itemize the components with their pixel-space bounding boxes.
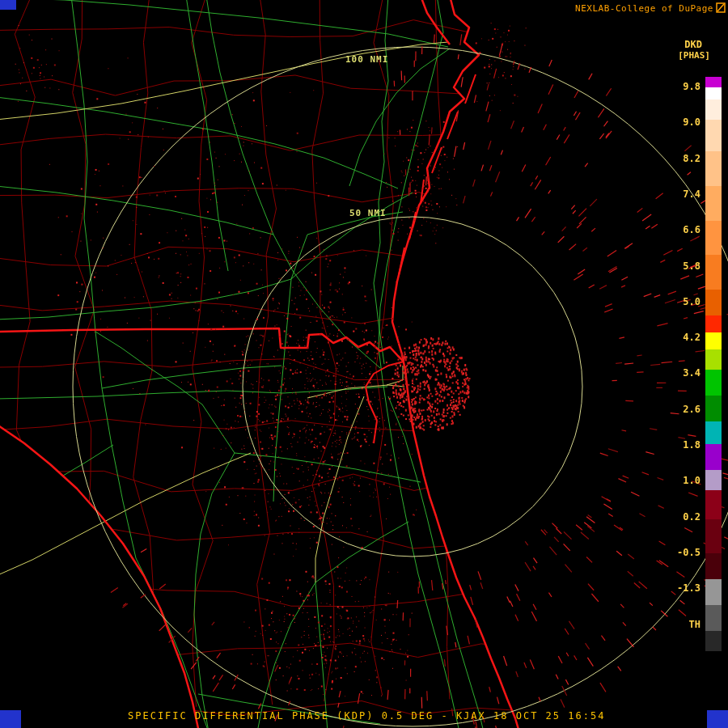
colorbar-tick-9.0: 9.0: [662, 117, 700, 127]
colorbar-tick-5.8: 5.8: [662, 261, 700, 271]
corner-marker-bottom-left: [0, 710, 21, 728]
radar-display: 100 NMI 50 NMI NEXLAB-College of DuPage …: [0, 0, 728, 728]
radar-map-canvas: [0, 0, 728, 728]
colorbar-tick-9.8: 9.8: [662, 82, 700, 91]
colorbar-tick-6.6: 6.6: [662, 225, 700, 235]
colorbar: [705, 77, 722, 651]
colorbar-tick-4.2: 4.2: [662, 332, 700, 342]
colorbar-tick-labels: 9.89.08.27.46.65.85.04.23.42.61.81.00.2-…: [662, 77, 700, 651]
colorbar-product-label: DKD: [684, 39, 702, 50]
corner-marker-bottom-right: [707, 710, 728, 728]
colorbar-tick-1.0: 1.0: [662, 476, 700, 485]
range-ring-label-50nmi: 50 NMI: [349, 208, 387, 218]
cod-logo-icon: [716, 2, 726, 13]
corner-marker-top-left: [0, 0, 16, 10]
status-bar: SPECIFIC DIFFERENTIAL PHASE (KDP) 0.5 DE…: [128, 710, 605, 722]
colorbar-tick--0.5: -0.5: [662, 548, 700, 557]
range-ring-label-100nmi: 100 NMI: [345, 54, 388, 65]
colorbar-units-label: [PHAS]: [678, 50, 710, 61]
colorbar-tick-5.0: 5.0: [662, 297, 700, 307]
colorbar-tick-8.2: 8.2: [662, 154, 700, 163]
colorbar-tick-2.6: 2.6: [662, 404, 700, 414]
colorbar-tick--1.3: -1.3: [662, 583, 700, 593]
brand-text: NEXLAB-College of DuPage: [575, 3, 713, 14]
colorbar-tick-TH: TH: [662, 620, 700, 629]
colorbar-tick-0.2: 0.2: [662, 512, 700, 522]
colorbar-tick-7.4: 7.4: [662, 189, 700, 199]
colorbar-tick-3.4: 3.4: [662, 368, 700, 378]
colorbar-tick-1.8: 1.8: [662, 440, 700, 450]
